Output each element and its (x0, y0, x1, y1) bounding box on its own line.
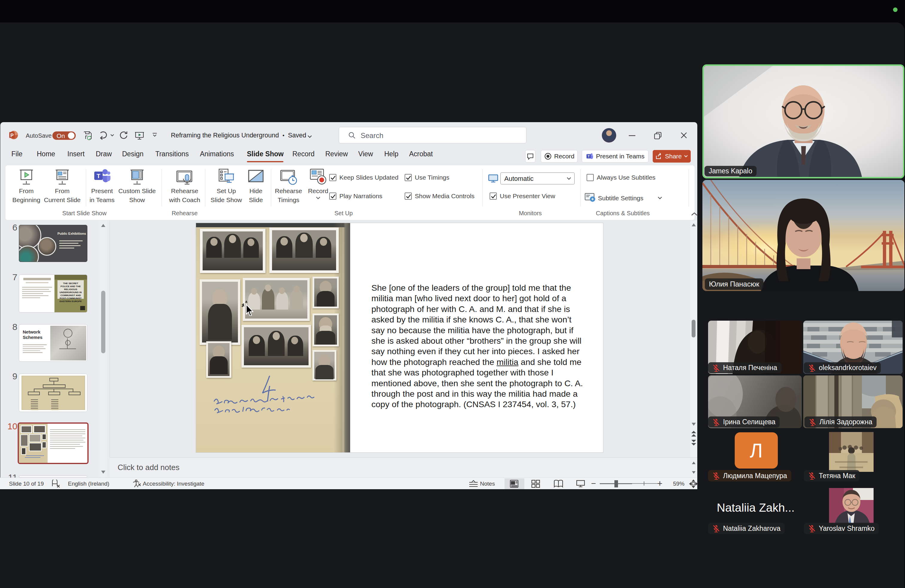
svg-text:T: T (97, 173, 100, 180)
svg-text:P: P (11, 133, 14, 138)
svg-text:T: T (587, 154, 589, 158)
